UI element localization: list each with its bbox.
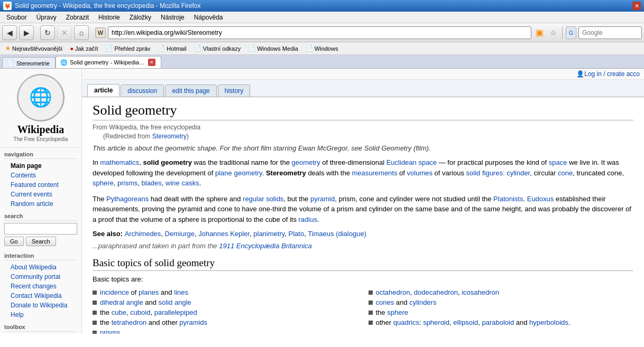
link-geometry[interactable]: geometry [291, 158, 320, 166]
link-ellipsoid[interactable]: ellipsoid [453, 318, 478, 326]
link-quadrics[interactable]: quadrics [393, 318, 419, 326]
link-octahedron[interactable]: octahedron [376, 288, 410, 296]
link-demiurge[interactable]: Demiurge [165, 230, 195, 238]
tab-stereometrie[interactable]: 📄 Stereometrie [2, 57, 56, 68]
topics-left: incidence of planes and lines dihedral a… [93, 287, 358, 334]
link-planimetry[interactable]: planimetry [253, 230, 284, 238]
link-spheroid[interactable]: spheroid [423, 318, 449, 326]
menu-upravy[interactable]: Úpravy [32, 13, 61, 22]
tab-solid-geometry[interactable]: 🌐 Solid geometry - Wikipedia, the f... ✕ [56, 56, 161, 68]
link-parallelepiped[interactable]: parallelepiped [154, 308, 197, 316]
link-euclidean[interactable]: Euclidean space [387, 158, 437, 166]
link-icosahedron[interactable]: icosahedron [462, 288, 499, 296]
search-button[interactable]: Search [26, 237, 56, 246]
link-eudoxus[interactable]: Eudoxus [527, 195, 554, 203]
link-wine-casks[interactable]: wine casks [165, 179, 199, 187]
sidebar-item-donate[interactable]: Donate to Wikipedia [4, 301, 77, 310]
link-pyramid[interactable]: pyramid [310, 195, 335, 203]
home-button[interactable]: ⌂ [74, 25, 89, 40]
sidebar-item-contact[interactable]: Contact Wikipedia [4, 291, 77, 301]
go-button[interactable]: Go [4, 237, 24, 246]
close-button[interactable]: ✕ [632, 2, 641, 10]
bm-jak-zacit[interactable]: ● Jak začít [67, 44, 101, 53]
link-cones[interactable]: cones [376, 298, 394, 306]
sidebar-item-contents[interactable]: Contents [4, 171, 77, 180]
link-kepler[interactable]: Johannes Kepler [198, 230, 250, 238]
browser-search-input[interactable] [578, 26, 642, 39]
link-pyramids[interactable]: pyramids [179, 318, 207, 326]
svg-point-0 [19, 76, 63, 120]
link-measurements[interactable]: measurements [352, 169, 397, 177]
link-dihedral[interactable]: dihedral angle [100, 298, 143, 306]
reload-button[interactable]: ↻ [40, 25, 55, 40]
link-hyperboloids[interactable]: hyperboloids [529, 318, 568, 326]
bm-hotmail[interactable]: 📄 Hotmail [154, 44, 189, 53]
link-sphere2[interactable]: sphere [387, 308, 408, 316]
tab-close-button[interactable]: ✕ [148, 59, 155, 66]
menu-zobrazit[interactable]: Zobrazit [62, 13, 93, 22]
sidebar-item-mainpage[interactable]: Main page [4, 161, 77, 171]
menu-napoveda[interactable]: Nápověda [190, 13, 227, 22]
sidebar-item-help[interactable]: Help [4, 310, 77, 320]
tab-bar: 📄 Stereometrie 🌐 Solid geometry - Wikipe… [0, 55, 644, 69]
link-cone[interactable]: cone [558, 169, 573, 177]
link-cylinders[interactable]: cylinders [409, 298, 436, 306]
menu-soubor[interactable]: Soubor [2, 13, 31, 22]
tab-discussion[interactable]: discussion [121, 85, 164, 97]
link-prisms[interactable]: prisms [117, 179, 137, 187]
link-britannica[interactable]: 1911 Encyclopædia Britannica [219, 242, 312, 250]
link-incidence[interactable]: incidence [100, 288, 129, 296]
link-regular-solids[interactable]: regular solids [243, 195, 283, 203]
link-radius[interactable]: radius [299, 215, 317, 223]
link-blades[interactable]: blades [142, 179, 162, 187]
sidebar-item-about[interactable]: About Wikipedia [4, 262, 77, 272]
link-space[interactable]: space [549, 158, 567, 166]
link-sphere[interactable]: sphere [93, 179, 114, 187]
link-plato[interactable]: Plato [289, 230, 305, 238]
link-paraboloid[interactable]: paraboloid [482, 318, 514, 326]
sidebar-item-currentevents[interactable]: Current events [4, 190, 77, 199]
menu-zalozky[interactable]: Záložky [125, 13, 155, 22]
link-cuboid[interactable]: cuboid [130, 308, 150, 316]
link-prisms2[interactable]: prisms [100, 329, 120, 334]
link-platonists[interactable]: Platonists [493, 195, 523, 203]
rss-icon[interactable]: ▣ [533, 27, 545, 39]
tab-article[interactable]: article [87, 84, 119, 97]
interaction-section-title: interaction [4, 252, 77, 260]
link-solid-angle[interactable]: solid angle [159, 298, 191, 306]
bm-vlastni[interactable]: 📄 Vlastní odkazy [191, 44, 244, 53]
menu-historie[interactable]: Historie [94, 13, 124, 22]
link-volumes[interactable]: volumes [407, 169, 433, 177]
topic-incidence: incidence of planes and lines [93, 287, 358, 297]
link-lines[interactable]: lines [174, 288, 188, 296]
bm-nejnavstevovanejsi[interactable]: ★ Nejnavštěvovanější [2, 44, 66, 53]
redirect-link[interactable]: Stereometry [152, 133, 187, 140]
bm-winmedia[interactable]: 📄 Windows Media [245, 44, 301, 53]
link-timaeus[interactable]: Timaeus (dialogue) [308, 230, 366, 238]
forward-button[interactable]: ▶ [19, 25, 34, 40]
sidebar-item-community[interactable]: Community portal [4, 272, 77, 282]
stop-button[interactable]: ✕ [57, 25, 72, 40]
tab-history[interactable]: history [218, 85, 250, 97]
bm-prehled[interactable]: 📄 Přehled zpráv [102, 44, 153, 53]
bookmark-star-icon[interactable]: ☆ [547, 27, 559, 39]
address-bar[interactable] [108, 26, 531, 39]
sidebar-item-featured[interactable]: Featured content [4, 180, 77, 190]
bm-windows[interactable]: 📄 Windows [302, 44, 342, 53]
link-plane-geometry[interactable]: plane geometry [215, 169, 262, 177]
link-mathematics[interactable]: mathematics [100, 158, 139, 166]
link-tetrahedron[interactable]: tetrahedron [112, 318, 147, 326]
link-dodecahedron[interactable]: dodecahedron [414, 288, 458, 296]
link-cube[interactable]: cube [112, 308, 126, 316]
link-planes[interactable]: planes [139, 288, 159, 296]
back-button[interactable]: ◀ [2, 25, 17, 40]
tab-edit[interactable]: edit this page [165, 85, 216, 97]
link-pythagoreans[interactable]: Pythagoreans [106, 195, 149, 203]
login-link[interactable]: Log in / create acco [584, 70, 640, 78]
wiki-search-input[interactable] [4, 223, 77, 235]
sidebar-item-recentchanges[interactable]: Recent changes [4, 282, 77, 291]
sidebar-item-random[interactable]: Random article [4, 199, 77, 209]
menu-nastroje[interactable]: Nástroje [157, 13, 189, 22]
link-archimedes[interactable]: Archimedes [125, 230, 161, 238]
link-solid-figures[interactable]: solid figures: cylinder [466, 169, 530, 177]
